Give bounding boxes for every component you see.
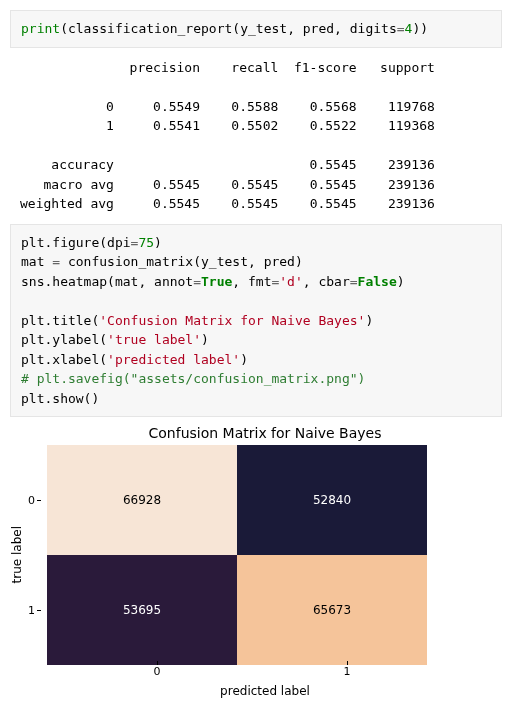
cell-0-1: 52840 [237, 445, 427, 555]
weighted-p: 0.5545 [153, 196, 200, 211]
kwval-4: 4 [405, 21, 413, 36]
x-tick-0: 0 [154, 665, 161, 678]
y-tick-1: 1 [28, 604, 35, 617]
row1-label: 1 [106, 118, 114, 133]
l3c: , fmt [232, 274, 271, 289]
fn-print: print [21, 21, 60, 36]
code-cell-print-report: print(classification_report(y_test, pred… [10, 10, 502, 48]
macro-f: 0.5545 [310, 177, 357, 192]
l6b: 'predicted label' [107, 352, 240, 367]
y-ticks: 0 1 [28, 445, 41, 665]
row1-r: 0.5502 [231, 118, 278, 133]
row0-f: 0.5568 [310, 99, 357, 114]
l1b: 75 [138, 235, 154, 250]
y-tick-0: 0 [28, 494, 35, 507]
x-axis-label: predicted label [60, 684, 470, 698]
code-cell-plot-confusion: plt.figure(dpi=75) mat = confusion_matri… [10, 224, 502, 418]
hdr-recall: recall [231, 60, 278, 75]
l7-comment: # plt.savefig("assets/confusion_matrix.p… [21, 371, 365, 386]
confusion-matrix-chart: Confusion Matrix for Naive Bayes true la… [10, 425, 470, 698]
macro-label: macro avg [43, 177, 113, 192]
accuracy-label: accuracy [51, 157, 114, 172]
row1-s: 119368 [388, 118, 435, 133]
l3a: sns.heatmap(mat, annot [21, 274, 193, 289]
heatmap-grid: 66928 52840 53695 65673 [47, 445, 427, 665]
weighted-r: 0.5545 [231, 196, 278, 211]
accuracy-s: 239136 [388, 157, 435, 172]
accuracy-f1: 0.5545 [310, 157, 357, 172]
cell-0-0: 66928 [47, 445, 237, 555]
hdr-precision: precision [130, 60, 200, 75]
l8: plt.show() [21, 391, 99, 406]
l4b: 'Confusion Matrix for Naive Bayes' [99, 313, 365, 328]
weighted-f: 0.5545 [310, 196, 357, 211]
l2a: mat [21, 254, 52, 269]
y-axis-label: true label [10, 526, 24, 583]
macro-r: 0.5545 [231, 177, 278, 192]
l3d: 'd' [279, 274, 302, 289]
classification-report-output: precision recall f1-score support 0 0.55… [10, 54, 502, 224]
row1-f: 0.5522 [310, 118, 357, 133]
l4a: plt.title( [21, 313, 99, 328]
l6a: plt.xlabel( [21, 352, 107, 367]
l1a: plt.figure(dpi [21, 235, 131, 250]
chart-title: Confusion Matrix for Naive Bayes [60, 425, 470, 441]
fn-classification-report: classification_report [68, 21, 232, 36]
x-tick-1: 1 [344, 665, 351, 678]
l3b: True [201, 274, 232, 289]
l5a: plt.ylabel( [21, 332, 107, 347]
l5b: 'true label' [107, 332, 201, 347]
l3f: False [358, 274, 397, 289]
arg-pred: pred [303, 21, 334, 36]
macro-p: 0.5545 [153, 177, 200, 192]
l3e: , cbar [303, 274, 350, 289]
l2b: confusion_matrix(y_test, pred) [60, 254, 303, 269]
macro-s: 239136 [388, 177, 435, 192]
arg-ytest: y_test [240, 21, 287, 36]
weighted-s: 239136 [388, 196, 435, 211]
x-ticks: 0 1 [62, 665, 470, 678]
row0-s: 119768 [388, 99, 435, 114]
weighted-label: weighted avg [20, 196, 114, 211]
hdr-f1: f1-score [294, 60, 357, 75]
row1-p: 0.5541 [153, 118, 200, 133]
row0-p: 0.5549 [153, 99, 200, 114]
row0-r: 0.5588 [231, 99, 278, 114]
hdr-support: support [380, 60, 435, 75]
cell-1-1: 65673 [237, 555, 427, 665]
row0-label: 0 [106, 99, 114, 114]
kwarg-digits: digits [350, 21, 397, 36]
cell-1-0: 53695 [47, 555, 237, 665]
